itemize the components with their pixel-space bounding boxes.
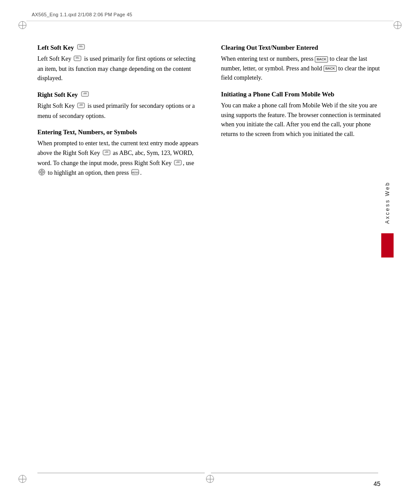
right-soft-key-icon-body — [77, 102, 85, 111]
reg-mark-top-left — [18, 21, 26, 29]
divider-right — [211, 473, 378, 473]
heading-entering-text: Entering Text, Numbers, or Symbols — [37, 129, 199, 136]
svg-text:MENU: MENU — [131, 171, 139, 174]
reg-mark-top-right — [394, 21, 402, 29]
heading-clearing-text: Clearing Out Text/Number Entered — [221, 44, 383, 52]
reg-mark-bottom-left — [18, 475, 26, 483]
heading-text-clearing: Clearing Out Text/Number Entered — [221, 44, 318, 52]
svg-point-23 — [41, 171, 43, 173]
section-entering-text: Entering Text, Numbers, or Symbols When … — [37, 129, 199, 178]
right-column: Clearing Out Text/Number Entered When en… — [217, 44, 383, 469]
left-column: Left Soft Key Left Soft Key — [37, 44, 203, 469]
heading-text-initiating: Initiating a Phone Call From Mobile Web — [221, 91, 334, 98]
heading-text-entering: Entering Text, Numbers, or Symbols — [37, 129, 137, 136]
header-bar: AX565_Eng 1.1.qxd 2/1/08 2:06 PM Page 45 — [26, 8, 394, 21]
body-initiating-call: You can make a phone call from Mobile We… — [221, 101, 383, 139]
heading-left-soft-key: Left Soft Key — [37, 44, 199, 52]
body-clearing-text: When entering text or numbers, press BAC… — [221, 54, 383, 83]
header-text: AX565_Eng 1.1.qxd 2/1/08 2:06 PM Page 45 — [32, 12, 132, 17]
main-content: Left Soft Key Left Soft Key — [37, 44, 383, 469]
heading-text-right-soft-key: Right Soft Key — [37, 91, 78, 99]
body-right-soft-key: Right Soft Key is used primarily for sec… — [37, 101, 199, 121]
menu-key-icon: MENU — [131, 169, 139, 178]
page-number: 45 — [373, 480, 380, 487]
sidebar-text: Axcess Web — [384, 181, 391, 224]
section-initiating-call: Initiating a Phone Call From Mobile Web … — [221, 91, 383, 139]
back-key-icon1: BACK — [315, 56, 328, 63]
left-soft-key-icon-heading — [77, 44, 85, 52]
right-soft-key-icon-heading — [81, 91, 89, 99]
body-left-soft-key: Left Soft Key is used primarily for firs… — [37, 54, 199, 83]
right-soft-key-icon-text — [103, 149, 111, 158]
body-entering-text: When prompted to enter text, the current… — [37, 139, 199, 178]
divider-left — [37, 473, 205, 473]
section-right-soft-key: Right Soft Key Right Soft Key — [37, 91, 199, 121]
left-soft-key-icon-body — [74, 55, 81, 64]
heading-text-left-soft-key: Left Soft Key — [37, 44, 74, 52]
section-left-soft-key: Left Soft Key Left Soft Key — [37, 44, 199, 83]
section-clearing-text: Clearing Out Text/Number Entered When en… — [221, 44, 383, 83]
back-key-icon2: BACK — [324, 66, 337, 72]
heading-initiating-call: Initiating a Phone Call From Mobile Web — [221, 91, 383, 98]
heading-right-soft-key: Right Soft Key — [37, 91, 199, 99]
right-soft-key-icon-text2 — [174, 159, 182, 169]
sidebar-label: Axcess Web — [381, 154, 394, 251]
reg-mark-bottom-center — [206, 475, 214, 483]
nav-key-icon — [38, 169, 45, 179]
